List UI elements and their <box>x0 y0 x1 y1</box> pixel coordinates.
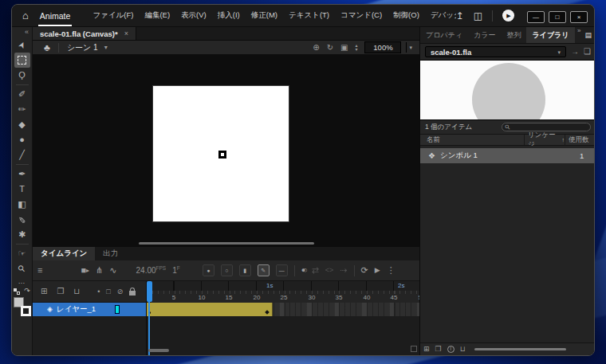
library-document-dropdown[interactable]: scale-01.fla ▾ <box>425 46 566 57</box>
delete-frame-button[interactable]: — <box>276 264 288 276</box>
paint-bucket-tool[interactable]: ◧ <box>14 197 30 212</box>
layer-outline-color-swatch[interactable] <box>115 305 120 314</box>
new-library-panel-icon[interactable]: ❏ <box>584 48 591 56</box>
tween-frame-span[interactable] <box>147 303 273 316</box>
classic-brush-tool[interactable]: ✏ <box>14 102 30 117</box>
tab-align[interactable]: 整列 <box>501 27 526 43</box>
add-folder-icon[interactable]: ❐ <box>57 288 64 296</box>
fps-value[interactable]: 24.00FPS <box>136 265 167 275</box>
center-stage-icon[interactable]: ⊕ <box>313 44 319 52</box>
graph-editor-icon[interactable]: ∿ <box>109 266 116 275</box>
eraser-tool[interactable]: ◆ <box>14 117 30 132</box>
layer-frames-track[interactable] <box>147 303 419 316</box>
column-linkage[interactable]: リンケージ↑ <box>524 135 565 145</box>
layer-row[interactable]: ◈ レイヤー_1 <box>33 303 146 316</box>
parent-view-icon[interactable]: ⋔ <box>96 266 103 275</box>
close-button[interactable]: × <box>570 11 588 23</box>
new-folder-icon[interactable]: ❐ <box>435 346 442 353</box>
menu-debug[interactable]: デバッグ(D) <box>426 9 456 22</box>
frame-ruler[interactable]: 1s 2s 5 10 15 20 25 30 35 40 45 <box>147 281 419 303</box>
zoom-level-input[interactable]: 100% <box>364 41 401 53</box>
stage-canvas[interactable] <box>153 86 289 221</box>
pen-tool[interactable]: ✒ <box>14 166 30 182</box>
minimize-button[interactable]: — <box>527 11 545 23</box>
delete-layer-icon[interactable]: ⊔ <box>73 288 80 296</box>
tab-timeline[interactable]: タイムライン <box>33 247 95 260</box>
more-tools-button[interactable]: … <box>18 278 26 285</box>
outline-layers-icon[interactable]: □ <box>106 288 110 296</box>
timeline-more-icon[interactable]: ⋮ <box>387 266 395 275</box>
menu-edit[interactable]: 編集(E) <box>140 9 175 22</box>
scene-name[interactable]: シーン 1 <box>67 42 98 53</box>
create-motion-tween-icon[interactable]: ⇢ <box>340 266 347 275</box>
workspace-icon[interactable]: ◫ <box>474 11 482 21</box>
clip-content-icon[interactable]: ▣ <box>340 44 348 52</box>
zoom-down-icon[interactable]: ▾ <box>355 48 357 52</box>
playhead-handle[interactable] <box>147 281 152 302</box>
document-tab[interactable]: scale-01.fla (Canvas)* × <box>33 27 136 40</box>
pin-library-icon[interactable]: → <box>571 48 579 56</box>
loop-icon[interactable]: ⟳ <box>361 266 368 275</box>
tab-color[interactable]: カラー <box>468 27 501 43</box>
menu-commands[interactable]: コマンド(C) <box>336 9 387 22</box>
insert-blank-keyframe-button[interactable]: ○ <box>221 264 233 276</box>
swap-colors-icon[interactable]: ↷ <box>24 288 30 295</box>
rotate-stage-icon[interactable]: ↻ <box>327 44 333 52</box>
onion-skin-icon[interactable]: ●○ <box>301 267 305 274</box>
tab-properties[interactable]: プロパティ <box>420 27 468 43</box>
lasso-tool[interactable]: Ϙ <box>14 68 30 83</box>
lock-layers-icon[interactable] <box>129 291 136 296</box>
create-classic-tween-icon[interactable]: ⇄ <box>312 266 319 275</box>
share-icon[interactable]: ↥ <box>456 11 464 21</box>
library-item-row[interactable]: ❖ シンボル 1 1 <box>420 148 595 163</box>
menu-file[interactable]: ファイル(F) <box>88 9 138 22</box>
collapse-tools-icon[interactable]: « <box>25 29 29 36</box>
resize-handle[interactable] <box>411 346 417 352</box>
default-colors-icon[interactable] <box>14 288 20 295</box>
frames-empty-area[interactable] <box>147 316 419 355</box>
tab-library[interactable]: ライブラリ <box>526 27 574 43</box>
zoom-chevron-icon[interactable]: ▾ <box>406 42 415 53</box>
tab-output[interactable]: 出力 <box>95 247 126 260</box>
selected-object-transform-handles[interactable] <box>218 151 226 159</box>
library-horizontal-scrollbar[interactable] <box>474 348 566 350</box>
text-tool[interactable]: T <box>14 182 30 197</box>
selection-tool[interactable]: ➤ <box>14 37 30 53</box>
collapse-panel-icon[interactable]: » <box>577 28 580 34</box>
layers-icon[interactable]: ≡ <box>37 266 42 275</box>
scene-chevron-icon[interactable]: ▾ <box>104 45 108 51</box>
create-shape-tween-icon[interactable]: <> <box>325 267 334 274</box>
line-tool[interactable]: ╱ <box>14 147 30 162</box>
layer-name[interactable]: レイヤー_1 <box>57 304 96 315</box>
span-end-keyframe[interactable] <box>265 310 270 315</box>
home-icon[interactable]: ⌂ <box>22 10 29 21</box>
auto-keyframe-button[interactable]: ✎ <box>258 264 270 276</box>
oval-tool[interactable]: ● <box>14 132 30 147</box>
properties-info-icon[interactable]: i <box>447 346 454 353</box>
app-name-tab[interactable]: Animate <box>37 5 74 26</box>
insert-keyframe-button[interactable]: ● <box>203 264 214 276</box>
menu-modify[interactable]: 修正(M) <box>246 9 282 22</box>
asset-warp-tool[interactable]: ✱ <box>14 227 30 242</box>
fill-color-swatch[interactable] <box>21 306 31 316</box>
menu-text[interactable]: テキスト(T) <box>284 9 334 22</box>
timeline-horizontal-scrollbar[interactable] <box>148 349 169 352</box>
menu-control[interactable]: 制御(O) <box>388 9 424 22</box>
free-transform-tool[interactable] <box>14 53 30 68</box>
camera-icon[interactable]: ◼▸ <box>81 268 89 274</box>
new-symbol-icon[interactable]: ⊞ <box>423 346 430 353</box>
highlight-layers-icon[interactable]: • <box>97 288 100 296</box>
frames-pane[interactable]: 1s 2s 5 10 15 20 25 30 35 40 45 <box>147 281 419 355</box>
menu-view[interactable]: 表示(V) <box>176 9 211 22</box>
zoom-tool[interactable]: ⚲ <box>14 261 30 276</box>
play-icon[interactable]: ▶ <box>375 267 380 274</box>
hide-layers-icon[interactable]: ⊘ <box>117 288 124 296</box>
insert-frame-button[interactable]: ▮ <box>239 264 251 276</box>
panel-menu-icon[interactable]: ▤ <box>584 32 592 39</box>
add-layer-icon[interactable]: ⊞ <box>41 288 47 296</box>
stage-horizontal-scrollbar[interactable] <box>139 242 314 245</box>
quick-share-icon[interactable]: ▶ <box>502 10 514 22</box>
pasteboard[interactable] <box>33 55 419 246</box>
eyedropper-tool[interactable]: ✎ <box>14 212 30 227</box>
close-tab-icon[interactable]: × <box>124 30 128 37</box>
